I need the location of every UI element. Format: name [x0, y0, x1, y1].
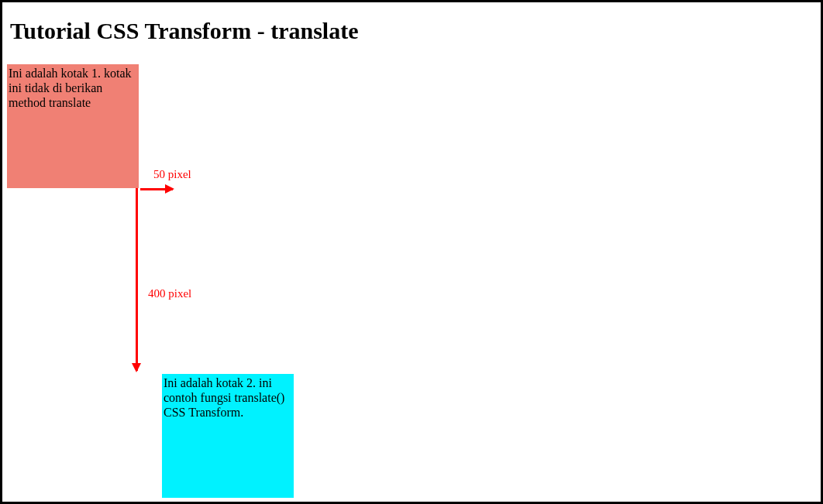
arrow-down-icon — [136, 188, 138, 371]
box-1-text: Ini adalah kotak 1. kotak ini tidak di b… — [9, 67, 132, 109]
page-title: Tutorial CSS Transform - translate — [10, 18, 821, 44]
demo-canvas: Ini adalah kotak 1. kotak ini tidak di b… — [2, 64, 821, 502]
box-1: Ini adalah kotak 1. kotak ini tidak di b… — [7, 64, 139, 188]
horizontal-offset-label: 50 pixel — [153, 168, 191, 181]
vertical-offset-label: 400 pixel — [148, 287, 191, 300]
box-2: Ini adalah kotak 2. ini contoh fungsi tr… — [162, 374, 294, 498]
arrow-right-icon — [140, 188, 173, 190]
box-2-text: Ini adalah kotak 2. ini contoh fungsi tr… — [164, 376, 284, 419]
